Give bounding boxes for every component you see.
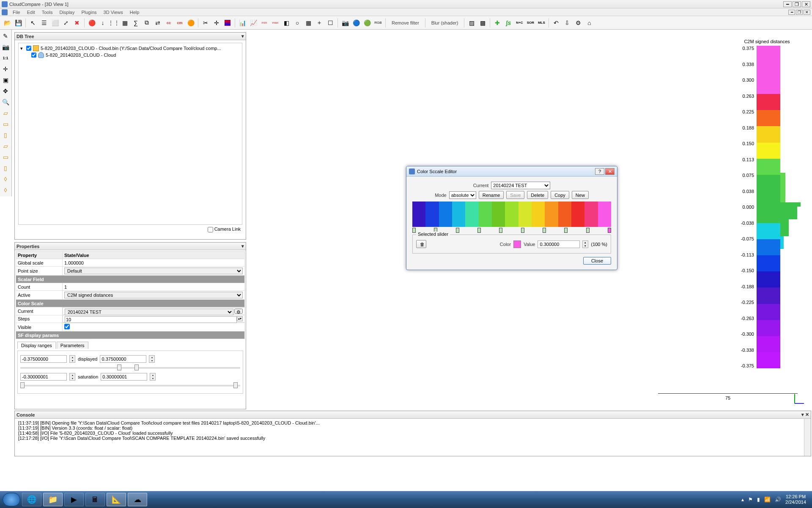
disp-slider[interactable] (20, 367, 240, 369)
cm-dist-icon[interactable]: cm (175, 18, 184, 28)
remove-filter-button[interactable]: Remove filter (388, 19, 422, 26)
tab-parameters[interactable]: Parameters (57, 342, 88, 349)
pencil-icon[interactable]: ✎ (1, 31, 10, 41)
gradient-bar[interactable] (412, 202, 611, 227)
tree-row-root[interactable]: ▾ 5-820_20140203_CLOUD - Cloud.bin (Y:/S… (20, 45, 240, 52)
box-icon[interactable]: ☐ (326, 18, 335, 28)
sor-icon[interactable]: SOR (526, 18, 535, 28)
dialog-close-button[interactable]: ✕ (605, 168, 614, 175)
circle-icon[interactable]: ○ (293, 18, 302, 28)
extra1-icon[interactable]: ⚙ (573, 18, 583, 28)
tray-arrow-icon[interactable]: ▴ (741, 497, 744, 502)
view-back-icon[interactable]: ▱ (1, 141, 10, 151)
gradient-handle[interactable] (564, 228, 568, 233)
stats-icon[interactable]: ∑ (131, 18, 140, 28)
nc-icon[interactable]: N+C (515, 18, 524, 28)
gradient-icon[interactable]: ◧ (282, 18, 291, 28)
blur-shader-button[interactable]: Blur (shader) (428, 19, 462, 26)
sphere2-icon[interactable]: 🟢 (362, 18, 372, 28)
align-icon[interactable]: ⇄ (153, 18, 162, 28)
dialog-help-button[interactable]: ? (595, 168, 604, 175)
cc-dist-icon[interactable]: cc (164, 18, 173, 28)
taskbar-ie[interactable]: 🌐 (22, 493, 41, 506)
tray-net-icon[interactable]: ▮ (757, 497, 760, 502)
crop-icon[interactable]: ✂ (201, 18, 210, 28)
chart-icon[interactable]: 📈 (249, 18, 258, 28)
close-button[interactable]: ✕ (802, 1, 810, 7)
sf-max-icon[interactable]: max (271, 18, 280, 28)
ssao-icon[interactable]: ▩ (478, 18, 487, 28)
copy-button[interactable]: Copy (551, 191, 569, 199)
zoom-icon[interactable]: 🔍 (1, 97, 10, 107)
view-iso2-icon[interactable]: ◊ (1, 185, 10, 195)
histogram-icon[interactable]: 📊 (238, 18, 247, 28)
register-icon[interactable]: ⧉ (142, 18, 151, 28)
delete-slider-button[interactable]: 🗑 (416, 240, 426, 248)
colors-icon[interactable]: 🔴 (87, 18, 96, 28)
visible-checkbox[interactable] (64, 324, 70, 329)
export-icon[interactable]: ⇩ (562, 18, 572, 28)
octree-icon[interactable]: ▦ (120, 18, 129, 28)
mdi-close[interactable]: ✕ (804, 10, 810, 15)
iso-icon[interactable]: ▣ (1, 75, 10, 85)
move-icon[interactable]: ✥ (1, 86, 10, 96)
menu-help[interactable]: Help (126, 10, 143, 15)
console-scrollbar[interactable] (804, 419, 811, 456)
tray-wifi-icon[interactable]: 📶 (764, 497, 771, 502)
gradient-handle[interactable] (412, 228, 416, 233)
gradient-handle[interactable] (521, 228, 524, 233)
pin-icon[interactable]: ▾ (241, 33, 244, 39)
tree-row-child[interactable]: 5-820_20140203_CLOUD - Cloud (20, 52, 240, 58)
minimize-button[interactable]: ━ (783, 1, 792, 7)
mls-icon[interactable]: MLS (537, 18, 546, 28)
rename-button[interactable]: Rename (479, 191, 504, 199)
extra2-icon[interactable]: ⌂ (584, 18, 594, 28)
mdi-minimize[interactable]: ━ (788, 10, 795, 15)
tree-root-checkbox[interactable] (26, 46, 31, 51)
maximize-button[interactable]: ❐ (793, 1, 801, 7)
plugin1-icon[interactable]: ✚ (493, 18, 502, 28)
view-iso1-icon[interactable]: ◊ (1, 174, 10, 184)
tray-flag-icon[interactable]: ⚑ (748, 497, 753, 502)
camera2-icon[interactable]: 📷 (1, 42, 10, 52)
tree-child-checkbox[interactable] (31, 52, 36, 58)
taskbar-calc[interactable]: 🖩 (85, 493, 105, 506)
taskbar-media[interactable]: ▶ (64, 493, 84, 506)
tab-display-ranges[interactable]: Display ranges (17, 342, 56, 349)
list-icon[interactable]: ☰ (39, 18, 49, 28)
subsample-icon[interactable]: ⋮⋮ (109, 18, 118, 28)
save-icon[interactable]: 💾 (14, 18, 23, 28)
gradient-handle[interactable] (499, 228, 502, 233)
view-top-icon[interactable]: ▱ (1, 108, 10, 118)
primitive-icon[interactable]: 🟠 (186, 18, 195, 28)
view-front-icon[interactable]: ▭ (1, 119, 10, 129)
gradient-handle[interactable] (586, 228, 590, 233)
view-left-icon[interactable]: ▯ (1, 163, 10, 173)
start-button[interactable] (3, 493, 20, 506)
edl-icon[interactable]: ▨ (467, 18, 476, 28)
grid-icon[interactable]: ▦ (304, 18, 313, 28)
current-scale-dropdown[interactable]: 20140224 TEST (491, 182, 550, 189)
value-input[interactable] (538, 240, 580, 248)
open-icon[interactable]: 📂 (3, 18, 12, 28)
taskbar-cloudcompare[interactable]: ☁ (128, 493, 147, 506)
dialog-titlebar[interactable]: Color Sccale Editor ? ✕ (406, 166, 617, 177)
menu-file[interactable]: File (9, 10, 24, 15)
delete-icon[interactable]: ✖ (72, 18, 82, 28)
menu-edit[interactable]: Edit (24, 10, 38, 15)
sphere1-icon[interactable]: 🔵 (351, 18, 361, 28)
view-side-icon[interactable]: ▯ (1, 130, 10, 140)
tray-vol-icon[interactable]: 🔊 (775, 497, 781, 502)
pin2-icon[interactable]: ▾ (241, 243, 244, 249)
point-size-select[interactable]: Default (64, 268, 243, 274)
rgb-icon[interactable]: RGB (373, 18, 383, 28)
translate-icon[interactable]: ⤢ (61, 18, 71, 28)
pin-console-icon[interactable]: ▾ ✕ (801, 412, 809, 417)
view-bottom-icon[interactable]: ▭ (1, 152, 10, 162)
normals-icon[interactable]: ↓ (98, 18, 107, 28)
add-icon[interactable]: ＋ (315, 18, 324, 28)
mode-dropdown[interactable]: absolute (449, 191, 476, 199)
color-scale-icon[interactable] (225, 20, 230, 26)
gradient-handle[interactable] (608, 228, 611, 233)
mdi-restore[interactable]: ❐ (796, 10, 803, 15)
